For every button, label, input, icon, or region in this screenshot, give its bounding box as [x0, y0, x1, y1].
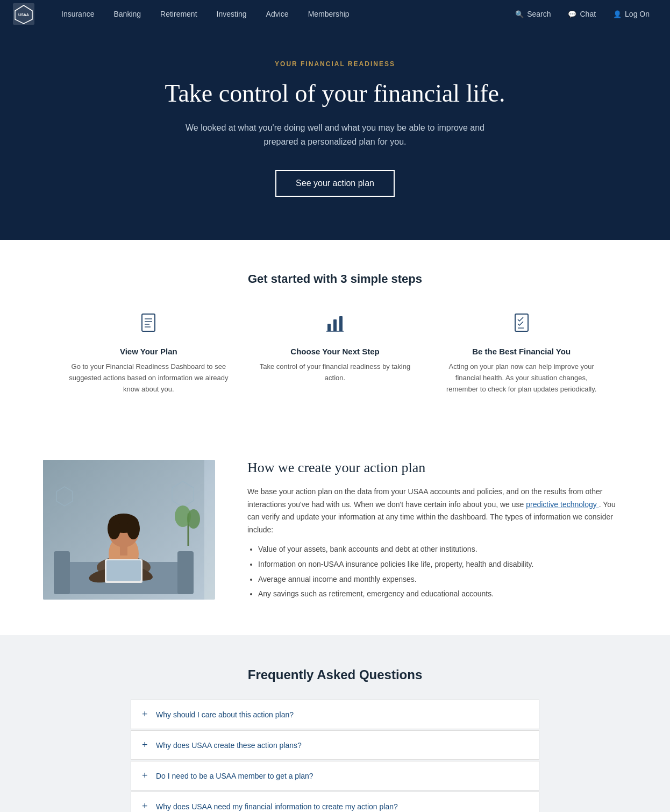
chat-button[interactable]: 💬 Chat	[560, 6, 603, 22]
faq-section: Frequently Asked Questions + Why should …	[0, 635, 670, 812]
see-action-plan-button[interactable]: See your action plan	[275, 170, 395, 197]
step-choose-step: Choose Your Next Step Take control of yo…	[253, 312, 418, 395]
hero-title: Take control of your financial life.	[11, 79, 659, 108]
steps-section: Get started with 3 simple steps View You…	[0, 240, 670, 427]
nav-insurance[interactable]: Insurance	[52, 0, 104, 28]
predictive-technology-link[interactable]: predictive technology	[526, 500, 598, 509]
faq-list: + Why should I care about this action pl…	[131, 700, 539, 812]
action-plan-section: How we create your action plan We base y…	[0, 428, 670, 635]
step-view-plan-desc: Go to your Financial Readiness Dashboard…	[66, 361, 231, 395]
expand-icon-2: +	[142, 739, 151, 751]
main-nav: USAA Insurance Banking Retirement Invest…	[0, 0, 670, 28]
svg-rect-28	[120, 545, 127, 555]
faq-item-2: + Why does USAA create these action plan…	[131, 730, 539, 760]
nav-banking[interactable]: Banking	[104, 0, 151, 28]
step-best-financial: Be the Best Financial You Acting on your…	[439, 312, 604, 395]
person-icon: 👤	[613, 10, 622, 18]
svg-rect-9	[333, 319, 337, 331]
logon-button[interactable]: 👤 Log On	[605, 6, 657, 22]
step-view-plan: View Your Plan Go to your Financial Read…	[66, 312, 231, 395]
bullet-3: Average annual income and monthly expens…	[258, 573, 627, 586]
faq-item-1: + Why should I care about this action pl…	[131, 700, 539, 729]
nav-retirement[interactable]: Retirement	[151, 0, 206, 28]
faq-question-4[interactable]: + Why does USAA need my financial inform…	[131, 792, 539, 812]
nav-advice[interactable]: Advice	[256, 0, 298, 28]
logo[interactable]: USAA	[13, 3, 34, 25]
nav-actions: 🔍 Search 💬 Chat 👤 Log On	[508, 6, 657, 22]
step-best-desc: Acting on your plan now can help improve…	[439, 361, 604, 395]
step-view-plan-title: View Your Plan	[66, 347, 231, 356]
chat-icon: 💬	[568, 10, 576, 18]
expand-icon-1: +	[142, 709, 151, 720]
svg-rect-16	[54, 551, 70, 594]
svg-rect-3	[142, 314, 155, 331]
search-icon: 🔍	[515, 10, 524, 18]
svg-text:USAA: USAA	[18, 13, 29, 17]
action-plan-image	[43, 460, 215, 600]
step-best-title: Be the Best Financial You	[439, 347, 604, 356]
hero-section: YOUR FINANCIAL READINESS Take control of…	[0, 28, 670, 240]
svg-rect-17	[177, 551, 194, 594]
svg-point-27	[127, 518, 140, 539]
svg-rect-10	[339, 316, 343, 331]
nav-membership[interactable]: Membership	[298, 0, 359, 28]
hero-eyebrow: YOUR FINANCIAL READINESS	[11, 60, 659, 68]
faq-item-3: + Do I need to be a USAA member to get a…	[131, 761, 539, 790]
action-plan-title: How we create your action plan	[247, 460, 627, 476]
step-choose-desc: Take control of your financial readiness…	[253, 361, 418, 384]
steps-heading: Get started with 3 simple steps	[22, 272, 648, 286]
svg-point-33	[187, 509, 200, 529]
faq-question-2[interactable]: + Why does USAA create these action plan…	[131, 731, 539, 759]
action-plan-content: How we create your action plan We base y…	[247, 460, 627, 603]
faq-question-3[interactable]: + Do I need to be a USAA member to get a…	[131, 761, 539, 790]
checklist-icon	[439, 312, 604, 338]
action-plan-list: Value of your assets, bank accounts and …	[258, 543, 627, 601]
svg-rect-8	[327, 324, 331, 331]
search-button[interactable]: 🔍 Search	[508, 6, 558, 22]
bullet-4: Any savings such as retirement, emergenc…	[258, 588, 627, 601]
bullet-2: Information on non-USAA insurance polici…	[258, 558, 627, 571]
nav-investing[interactable]: Investing	[207, 0, 256, 28]
step-choose-title: Choose Your Next Step	[253, 347, 418, 356]
bullet-1: Value of your assets, bank accounts and …	[258, 543, 627, 556]
action-plan-text: We base your action plan on the data fro…	[247, 486, 627, 537]
hero-subtitle: We looked at what you're doing well and …	[184, 121, 486, 148]
faq-item-4: + Why does USAA need my financial inform…	[131, 792, 539, 812]
faq-heading: Frequently Asked Questions	[22, 667, 648, 682]
chart-icon	[253, 312, 418, 338]
expand-icon-3: +	[142, 770, 151, 781]
svg-point-26	[108, 518, 120, 539]
usaa-logo-icon: USAA	[13, 3, 34, 25]
expand-icon-4: +	[142, 801, 151, 812]
faq-question-1[interactable]: + Why should I care about this action pl…	[131, 700, 539, 729]
document-icon	[66, 312, 231, 338]
nav-links: Insurance Banking Retirement Investing A…	[52, 0, 508, 28]
steps-grid: View Your Plan Go to your Financial Read…	[66, 312, 604, 395]
svg-rect-23	[106, 560, 141, 581]
